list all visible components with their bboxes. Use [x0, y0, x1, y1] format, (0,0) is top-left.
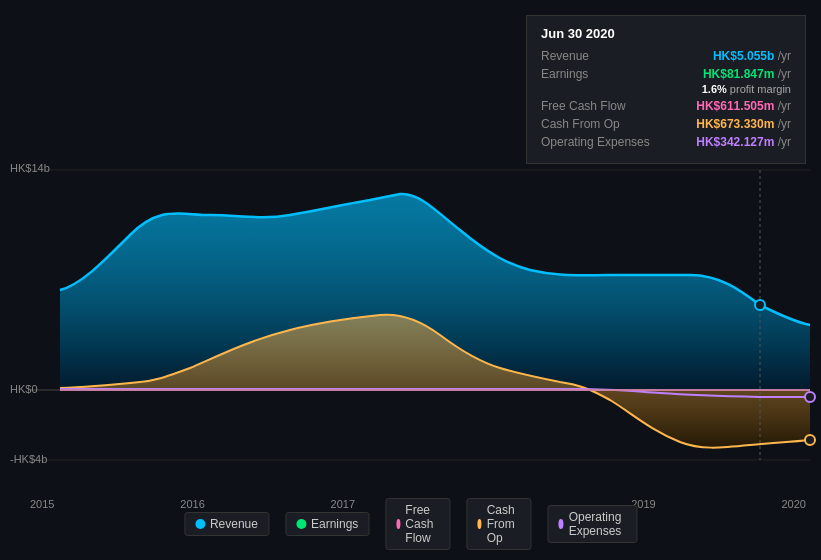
x-label-2020: 2020 [781, 498, 805, 510]
legend-dot-revenue [195, 519, 205, 529]
legend-dot-opex [558, 519, 563, 529]
y-label-top: HK$14b [10, 162, 50, 174]
data-tooltip: Jun 30 2020 Revenue HK$5.055b /yr Earnin… [526, 15, 806, 164]
tooltip-row-revenue: Revenue HK$5.055b /yr [541, 49, 791, 63]
legend-item-opex[interactable]: Operating Expenses [547, 505, 637, 543]
legend-label-earnings: Earnings [311, 517, 358, 531]
tooltip-label-fcf: Free Cash Flow [541, 99, 651, 113]
revenue-dot [755, 300, 765, 310]
tooltip-row-cashfromop: Cash From Op HK$673.330m /yr [541, 117, 791, 131]
legend-label-opex: Operating Expenses [569, 510, 626, 538]
cash-dot [805, 435, 815, 445]
tooltip-margin: 1.6% profit margin [541, 83, 791, 95]
tooltip-row-opex: Operating Expenses HK$342.127m /yr [541, 135, 791, 149]
tooltip-label-opex: Operating Expenses [541, 135, 651, 149]
legend-item-earnings[interactable]: Earnings [285, 512, 369, 536]
tooltip-label-earnings: Earnings [541, 67, 651, 81]
legend-dot-fcf [396, 519, 400, 529]
tooltip-value-opex: HK$342.127m /yr [696, 135, 791, 149]
opex-dot [805, 392, 815, 402]
tooltip-value-earnings: HK$81.847m /yr [703, 67, 791, 81]
y-label-bot: -HK$4b [10, 453, 47, 465]
x-label-2015: 2015 [30, 498, 54, 510]
chart-legend: Revenue Earnings Free Cash Flow Cash Fro… [184, 498, 637, 550]
legend-item-cashfromop[interactable]: Cash From Op [466, 498, 531, 550]
legend-dot-cashfromop [477, 519, 481, 529]
tooltip-label-revenue: Revenue [541, 49, 651, 63]
tooltip-row-fcf: Free Cash Flow HK$611.505m /yr [541, 99, 791, 113]
tooltip-title: Jun 30 2020 [541, 26, 791, 41]
tooltip-value-fcf: HK$611.505m /yr [696, 99, 791, 113]
legend-dot-earnings [296, 519, 306, 529]
legend-label-cashfromop: Cash From Op [487, 503, 521, 545]
legend-item-fcf[interactable]: Free Cash Flow [385, 498, 450, 550]
tooltip-value-cashfromop: HK$673.330m /yr [696, 117, 791, 131]
legend-label-revenue: Revenue [210, 517, 258, 531]
y-label-mid: HK$0 [10, 383, 38, 395]
legend-label-fcf: Free Cash Flow [405, 503, 439, 545]
tooltip-value-revenue: HK$5.055b /yr [713, 49, 791, 63]
legend-item-revenue[interactable]: Revenue [184, 512, 269, 536]
chart-container: HK$14b HK$0 -HK$4b 2015 2016 2017 2018 2… [0, 0, 821, 560]
tooltip-row-earnings: Earnings HK$81.847m /yr [541, 67, 791, 81]
tooltip-label-cashfromop: Cash From Op [541, 117, 651, 131]
